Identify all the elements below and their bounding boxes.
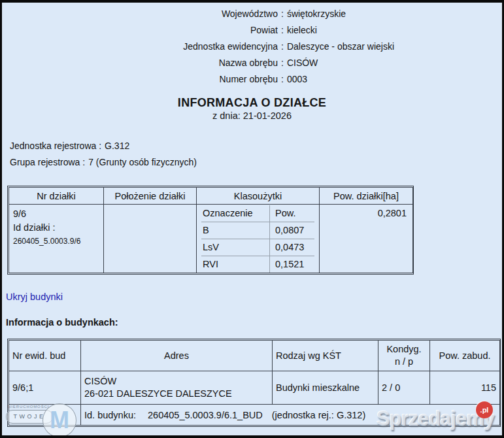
landuse-header-pow: Pow. <box>270 205 315 222</box>
sprzedajemy-watermark: Sprzedajemy .pl <box>377 400 501 436</box>
registry-unit-row: Jednostka rejestrowa :G.312 <box>10 138 502 154</box>
info-value: CISÓW <box>287 55 318 71</box>
watermark-nieruchomosci-text: NIERUCHOMOŚCI <box>8 405 49 409</box>
landuse-area: 0,1521 <box>270 256 315 273</box>
buildings-header-nr: Nr ewid. bud <box>9 341 81 371</box>
building-id-label: Id. budynku: <box>84 410 136 420</box>
info-label: Jednostka ewidencyjna <box>2 39 278 55</box>
plot-location-cell <box>104 205 197 273</box>
buildings-header-kondyg-line1: Kondyg. <box>382 343 426 356</box>
landuse-row: RVI 0,1521 <box>201 256 314 273</box>
watermark-m-logo-icon: M <box>42 403 76 437</box>
page-title: INFORMACJA O DZIAŁCE <box>2 96 502 110</box>
building-floors: 2 / 0 <box>378 371 430 405</box>
info-row-jednostka-ewidencyjna: Jednostka ewidencyjna:Daleszyce - obszar… <box>2 39 502 55</box>
info-label: Nazwa obrębu <box>2 55 278 71</box>
info-separator: : <box>281 22 284 39</box>
building-id-value: 260405_5.0003.9/6.1_BUD <box>148 410 263 420</box>
landuse-row: LsV 0,0473 <box>201 239 314 256</box>
building-number: 9/6;1 <box>9 371 81 405</box>
info-row-powiat: Powiat:kielecki <box>2 22 502 39</box>
buildings-data-row: 9/6;1 CISÓW 26-021 DALESZYCE DALESZYCE B… <box>9 371 500 405</box>
info-row-nazwa-obrebu: Nazwa obrębu:CISÓW <box>2 55 502 71</box>
info-label: Numer obrębu <box>2 71 278 88</box>
registry-group-value: 7 (Grunty osób fizycznych) <box>88 157 197 167</box>
buildings-header-pow-zabud: Pow. zabud. <box>430 341 500 371</box>
region-info-block: Województwo:świętokrzyskie Powiat:kielec… <box>2 6 502 88</box>
buildings-header-kondyg-line2: n / p <box>382 356 426 368</box>
date-subtitle: z dnia: 21-01-2026 <box>2 110 502 121</box>
info-value: kielecki <box>287 22 317 39</box>
landuse-row: B 0,0807 <box>201 222 314 239</box>
plot-total-area: 0,2801 <box>320 205 413 273</box>
registry-block: Jednostka rejestrowa :G.312 Grupa rejest… <box>10 138 502 171</box>
landuse-header-oznaczenie: Oznaczenie <box>201 205 270 222</box>
buildings-header-kondygnacje: Kondyg. n / p <box>378 341 430 371</box>
plot-header-pow-dzialki: Pow. działki[ha] <box>320 188 413 205</box>
landuse-table: Oznaczenie Pow. B 0,0807 LsV 0,0473 RV <box>201 205 314 273</box>
registry-group-row: Grupa rejestrowa :7 (Grunty osób fizyczn… <box>10 154 502 171</box>
info-label: Powiat <box>2 22 278 39</box>
registry-unit-label: Jednostka rejestrowa : <box>10 141 101 151</box>
info-value: Daleszyce - obszar wiejski <box>287 39 394 55</box>
landuse-header-row: Oznaczenie Pow. <box>201 205 314 222</box>
building-address-line1: CISÓW <box>84 375 269 388</box>
landuse-code: LsV <box>201 239 270 256</box>
info-separator: : <box>281 6 284 22</box>
landuse-area: 0,0473 <box>270 239 315 256</box>
building-address: CISÓW 26-021 DALESZYCE DALESZYCE <box>81 371 273 405</box>
plot-id-label: Id działki : <box>13 221 99 235</box>
plot-landuse-cell: Oznaczenie Pow. B 0,0807 LsV 0,0473 RV <box>197 205 320 273</box>
info-label: Województwo <box>2 6 278 22</box>
document-page: Województwo:świętokrzyskie Powiat:kielec… <box>0 0 504 438</box>
buildings-header-row: Nr ewid. bud Adres Rodzaj wg KŚT Kondyg.… <box>9 341 500 371</box>
info-value: świętokrzyskie <box>287 6 346 22</box>
plot-table-header-row: Nr działki Położenie działki Klasoużytki… <box>9 188 413 205</box>
buildings-heading: Informacja o budynkach: <box>6 317 502 328</box>
plot-number-cell: 9/6 Id działki : 260405_5.0003.9/6 <box>9 205 104 273</box>
plot-header-klasouzytki: Klasoużytki <box>197 188 320 205</box>
plot-table-data-row: 9/6 Id działki : 260405_5.0003.9/6 Oznac… <box>9 205 413 273</box>
buildings-header-rodzaj: Rodzaj wg KŚT <box>273 341 378 371</box>
pl-badge-icon: .pl <box>476 401 493 418</box>
plot-number: 9/6 <box>13 207 99 221</box>
info-row-numer-obrebu: Numer obrębu:0003 <box>2 71 502 88</box>
building-type: Budynki mieszkalne <box>273 371 378 405</box>
building-area: 115 <box>430 371 500 405</box>
info-separator: : <box>281 55 284 71</box>
hide-buildings-link[interactable]: Ukryj budynki <box>6 292 63 302</box>
info-value: 0003 <box>287 71 307 88</box>
landuse-code: RVI <box>201 256 270 273</box>
plot-header-nr-dzialki: Nr działki <box>9 188 104 205</box>
building-address-line2: 26-021 DALESZYCE DALESZYCE <box>84 388 269 400</box>
registry-group-label: Grupa rejestrowa : <box>10 154 85 171</box>
info-separator: : <box>281 39 284 55</box>
info-row-wojewodztwo: Województwo:świętokrzyskie <box>2 6 502 22</box>
plot-id-value: 260405_5.0003.9/6 <box>13 235 99 248</box>
info-separator: : <box>281 71 284 88</box>
plot-header-polozenie: Położenie działki <box>104 188 197 205</box>
registry-unit-value: G.312 <box>105 141 129 151</box>
buildings-header-adres: Adres <box>81 341 273 371</box>
building-id-registry-ref: (jednostka rej.: G.312) <box>272 410 365 420</box>
landuse-code: B <box>201 222 270 239</box>
twoje-nieruchomosci-watermark: NIERUCHOMOŚCI TWOJE M <box>6 403 81 438</box>
plot-table: Nr działki Położenie działki Klasoużytki… <box>7 186 414 275</box>
landuse-area: 0,0807 <box>270 222 315 239</box>
